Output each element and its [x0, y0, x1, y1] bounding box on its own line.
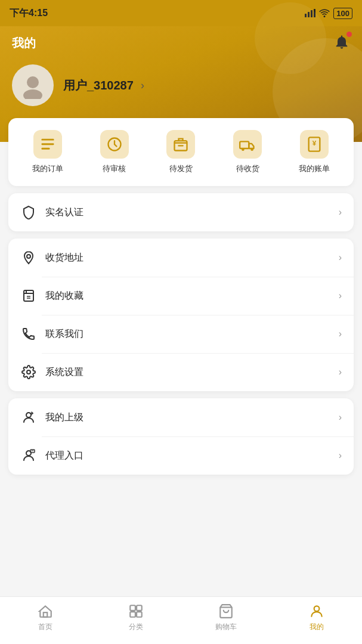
clock-icon	[106, 136, 123, 153]
pending-receive-label: 待收货	[236, 163, 259, 174]
truck-icon	[239, 136, 256, 153]
header-top: 我的	[12, 33, 350, 52]
pending-ship-icon-wrap	[166, 130, 195, 159]
svg-rect-31	[130, 612, 135, 617]
menu-item-settings[interactable]: 系统设置 ›	[8, 353, 354, 391]
my-orders-label: 我的订单	[32, 163, 63, 174]
svg-point-12	[242, 148, 245, 151]
bookmark-icon	[20, 287, 37, 304]
svg-point-4	[27, 76, 39, 88]
nav-category[interactable]: 分类	[91, 603, 181, 632]
notification-button[interactable]	[333, 33, 350, 52]
favorites-label: 我的收藏	[45, 290, 339, 302]
list-icon	[39, 136, 56, 153]
menu-item-agent[interactable]: 代理入口 ›	[8, 436, 354, 475]
menu-item-real-name[interactable]: 实名认证 ›	[8, 193, 354, 231]
shortcut-pending-ship[interactable]: 待发货	[148, 130, 215, 174]
nav-cart[interactable]: 购物车	[181, 603, 272, 632]
menu-section-3: 我的上级 › 代理入口 ›	[8, 398, 354, 475]
cart-nav-label: 购物车	[215, 622, 237, 632]
main-content: 我的订单 待审核	[0, 118, 362, 530]
address-chevron: ›	[339, 252, 342, 263]
pending-receive-icon-wrap	[233, 130, 262, 159]
order-shortcuts-card: 我的订单 待审核	[8, 118, 354, 186]
settings-chevron: ›	[339, 367, 342, 377]
home-icon	[37, 603, 54, 620]
pending-ship-label: 待发货	[169, 163, 193, 174]
shortcut-pending-review[interactable]: 待审核	[81, 130, 148, 174]
menu-item-address[interactable]: 收货地址 ›	[8, 239, 354, 277]
nav-mine[interactable]: 我的	[271, 603, 362, 632]
phone-icon	[20, 326, 37, 342]
svg-point-22	[27, 370, 30, 374]
svg-rect-8	[41, 148, 49, 150]
contact-chevron: ›	[339, 329, 342, 339]
user-profile[interactable]: 用户_310287 ›	[12, 64, 350, 106]
agent-label: 代理入口	[45, 450, 339, 462]
gear-icon	[20, 364, 37, 380]
my-orders-icon-wrap	[33, 130, 62, 159]
bill-icon: ¥	[306, 136, 323, 153]
shield-icon	[20, 204, 37, 221]
home-nav-label: 首页	[38, 622, 52, 632]
avatar-icon	[19, 72, 47, 99]
svg-point-16	[27, 255, 30, 258]
nav-home[interactable]: 首页	[0, 603, 91, 632]
notification-badge	[346, 32, 352, 37]
shortcut-my-bill[interactable]: ¥ 我的账单	[281, 130, 348, 174]
page-title: 我的	[12, 35, 36, 51]
my-bill-icon-wrap: ¥	[300, 130, 329, 159]
profile-chevron: ›	[141, 79, 144, 92]
contact-label: 联系我们	[45, 328, 339, 340]
wifi-icon	[319, 9, 330, 17]
category-icon	[128, 603, 144, 620]
bottom-nav: 首页 分类 购物车 我的	[0, 596, 362, 644]
real-name-label: 实名认证	[45, 206, 339, 219]
menu-item-contact[interactable]: 联系我们 ›	[8, 315, 354, 353]
box-icon	[172, 136, 189, 153]
mine-icon	[308, 603, 325, 620]
favorites-chevron: ›	[339, 290, 342, 301]
svg-rect-7	[41, 143, 54, 145]
svg-text:¥: ¥	[313, 139, 317, 147]
svg-rect-30	[137, 605, 142, 611]
avatar	[12, 64, 54, 106]
status-time: 下午4:15	[10, 7, 48, 20]
menu-section-1: 实名认证 ›	[8, 193, 354, 231]
shortcut-pending-receive[interactable]: 待收货	[214, 130, 281, 174]
my-bill-label: 我的账单	[299, 163, 330, 174]
settings-label: 系统设置	[45, 366, 339, 379]
svg-rect-32	[137, 612, 142, 617]
pending-review-label: 待审核	[103, 163, 126, 174]
svg-rect-17	[24, 290, 33, 301]
pending-review-icon-wrap	[100, 130, 129, 159]
superior-chevron: ›	[339, 412, 342, 423]
svg-point-5	[23, 89, 42, 99]
menu-section-2: 收货地址 › 我的收藏 › 联系我们	[8, 239, 354, 391]
svg-point-13	[251, 148, 254, 151]
svg-rect-29	[130, 605, 135, 611]
menu-item-favorites[interactable]: 我的收藏 ›	[8, 277, 354, 315]
category-nav-label: 分类	[129, 622, 143, 632]
svg-point-34	[314, 606, 320, 611]
battery-icon: 100	[333, 8, 352, 19]
svg-rect-28	[44, 612, 48, 617]
location-icon	[20, 249, 37, 266]
agent-chevron: ›	[339, 450, 342, 461]
address-label: 收货地址	[45, 252, 339, 264]
username-row: 用户_310287 ›	[63, 78, 350, 94]
menu-item-superior[interactable]: 我的上级 ›	[8, 398, 354, 436]
cart-icon	[218, 603, 234, 620]
svg-rect-11	[240, 141, 249, 148]
superior-label: 我的上级	[45, 411, 339, 424]
person-up-icon	[20, 409, 37, 426]
real-name-chevron: ›	[339, 207, 342, 218]
svg-rect-6	[41, 139, 54, 141]
person-badge-icon	[20, 447, 37, 464]
order-shortcuts: 我的订单 待审核	[14, 130, 348, 174]
mine-nav-label: 我的	[310, 622, 324, 632]
shortcut-my-orders[interactable]: 我的订单	[14, 130, 81, 174]
username: 用户_310287	[63, 78, 134, 94]
